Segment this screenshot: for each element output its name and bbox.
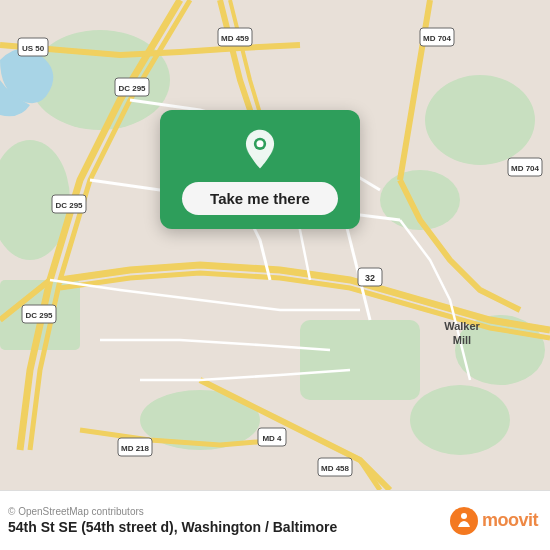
svg-text:US 50: US 50 (22, 44, 45, 53)
svg-text:MD 218: MD 218 (121, 444, 150, 453)
svg-text:DC 295: DC 295 (25, 311, 53, 320)
svg-point-1 (425, 75, 535, 165)
map-svg: US 50 DC 295 DC 295 DC 295 MD 459 MD 704… (0, 0, 550, 490)
bottom-info: © OpenStreetMap contributors 54th St SE … (8, 506, 337, 535)
moovit-logo: moovit (450, 507, 538, 535)
svg-text:MD 459: MD 459 (221, 34, 250, 43)
svg-rect-3 (300, 320, 420, 400)
popup-card: Take me there (160, 110, 360, 229)
moovit-label: moovit (482, 510, 538, 531)
svg-point-36 (256, 140, 263, 147)
svg-point-7 (410, 385, 510, 455)
svg-text:MD 704: MD 704 (423, 34, 452, 43)
map-container: US 50 DC 295 DC 295 DC 295 MD 459 MD 704… (0, 0, 550, 490)
svg-text:Mill: Mill (453, 334, 471, 346)
bottom-bar: © OpenStreetMap contributors 54th St SE … (0, 490, 550, 550)
location-name: 54th St SE (54th street d), Washington /… (8, 519, 337, 535)
svg-text:32: 32 (365, 273, 375, 283)
svg-text:Walker: Walker (444, 320, 480, 332)
svg-text:DC 295: DC 295 (55, 201, 83, 210)
svg-point-38 (461, 513, 467, 519)
copyright-text: © OpenStreetMap contributors (8, 506, 337, 517)
svg-text:MD 458: MD 458 (321, 464, 350, 473)
moovit-icon (450, 507, 478, 535)
take-me-there-button[interactable]: Take me there (182, 182, 338, 215)
svg-text:MD 4: MD 4 (262, 434, 282, 443)
location-pin-icon (238, 128, 282, 172)
svg-text:DC 295: DC 295 (118, 84, 146, 93)
svg-text:MD 704: MD 704 (511, 164, 540, 173)
